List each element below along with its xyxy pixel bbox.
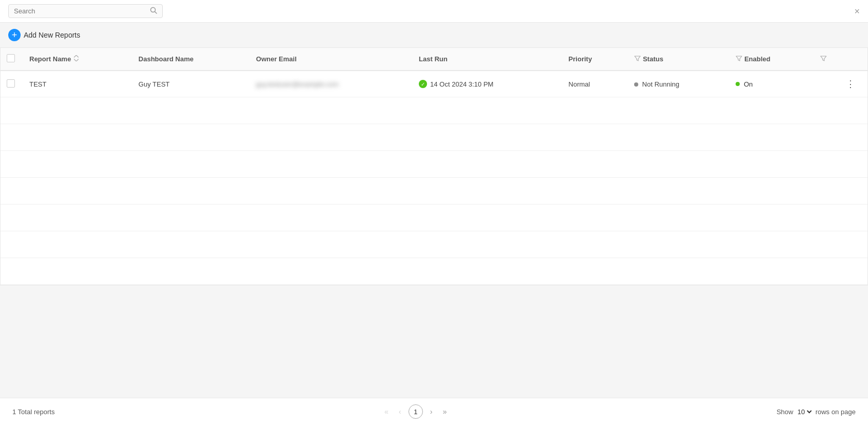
current-page-number[interactable]: 1 — [409, 404, 423, 419]
pagination: « ‹ 1 › » — [381, 404, 450, 419]
col-report-name[interactable]: Report Name — [21, 48, 130, 71]
col-enabled[interactable]: Enabled — [727, 48, 812, 71]
top-bar: × — [0, 0, 868, 23]
row-checkbox-cell[interactable] — [1, 71, 21, 97]
enabled-filter-icon[interactable] — [736, 55, 742, 63]
select-all-header[interactable] — [1, 48, 21, 71]
dashboard-name-cell: Guy TEST — [130, 71, 248, 97]
owner-email-value: guy.testuser@example.com — [256, 80, 338, 88]
rows-per-page-label: rows on page — [815, 408, 856, 416]
last-run-cell: ✓ 14 Oct 2024 3:10 PM — [411, 71, 560, 97]
col-dashboard-name: Dashboard Name — [130, 48, 248, 71]
last-run-success-icon: ✓ — [419, 80, 427, 88]
table-row: TEST Guy TEST guy.testuser@example.com ✓… — [1, 71, 867, 97]
footer: 1 Total reports « ‹ 1 › » Show 10 20 50 … — [0, 398, 868, 425]
table-header-row: Report Name Dashboard Name Owner Email — [1, 48, 867, 71]
report-name-cell: TEST — [21, 71, 130, 97]
col-actions[interactable] — [812, 48, 867, 71]
svg-line-1 — [155, 12, 157, 14]
plus-icon: + — [8, 29, 21, 41]
last-page-button[interactable]: » — [439, 406, 450, 417]
empty-row — [1, 151, 867, 178]
enabled-cell: On — [727, 71, 812, 97]
next-page-button[interactable]: › — [427, 406, 436, 417]
reports-table: Report Name Dashboard Name Owner Email — [0, 47, 868, 285]
empty-row — [1, 178, 867, 205]
status-cell: Not Running — [626, 71, 727, 97]
row-checkbox[interactable] — [7, 79, 15, 88]
search-input[interactable] — [14, 7, 148, 15]
col-status[interactable]: Status — [626, 48, 727, 71]
toolbar: + Add New Reports — [0, 23, 868, 47]
add-new-reports-button[interactable]: + Add New Reports — [8, 29, 80, 41]
empty-row — [1, 205, 867, 231]
row-actions-cell[interactable]: ⋮ — [812, 71, 867, 97]
owner-email-cell: guy.testuser@example.com — [248, 71, 411, 97]
empty-row — [1, 258, 867, 285]
enabled-dot — [736, 82, 740, 86]
empty-row — [1, 124, 867, 151]
select-all-checkbox[interactable] — [7, 54, 15, 62]
search-icon — [150, 7, 157, 15]
col-priority: Priority — [560, 48, 626, 71]
show-label: Show — [776, 408, 793, 416]
actions-filter-icon[interactable] — [820, 56, 827, 63]
empty-row — [1, 97, 867, 124]
rows-per-page-container: Show 10 20 50 rows on page — [776, 407, 856, 416]
row-more-button[interactable]: ⋮ — [842, 77, 859, 91]
sort-icon — [73, 55, 79, 63]
empty-row — [1, 231, 867, 258]
status-filter-icon[interactable] — [634, 55, 641, 63]
col-last-run: Last Run — [411, 48, 560, 71]
status-dot — [634, 82, 638, 87]
col-owner-email: Owner Email — [248, 48, 411, 71]
priority-cell: Normal — [560, 71, 626, 97]
rows-per-page-select[interactable]: 10 20 50 — [795, 407, 813, 416]
first-page-button[interactable]: « — [381, 406, 392, 417]
close-button[interactable]: × — [854, 7, 860, 16]
add-button-label: Add New Reports — [24, 31, 80, 39]
search-container — [8, 4, 163, 18]
prev-page-button[interactable]: ‹ — [396, 406, 404, 417]
total-reports-label: 1 Total reports — [12, 408, 55, 416]
